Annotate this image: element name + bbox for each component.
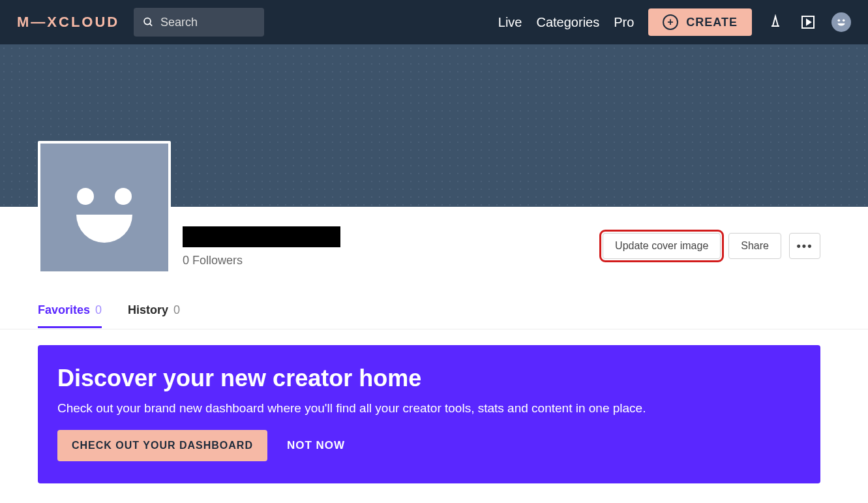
tab-history-label: History (128, 303, 168, 317)
profile-avatar[interactable] (38, 141, 171, 274)
banner-body: Check out your brand new dashboard where… (57, 401, 801, 416)
profile-content: 0 Followers Update cover image Share •••… (38, 207, 820, 503)
tabs-divider (0, 329, 868, 329)
svg-point-5 (838, 19, 841, 22)
search-input[interactable] (160, 16, 255, 29)
svg-point-6 (843, 19, 845, 22)
more-options-button[interactable]: ••• (789, 233, 820, 259)
tab-history[interactable]: History 0 (128, 303, 180, 328)
svg-marker-4 (807, 20, 811, 25)
search-icon (143, 16, 154, 29)
tab-favorites-label: Favorites (38, 303, 90, 317)
nav-live[interactable]: Live (498, 15, 522, 30)
followers-count: 0 Followers (183, 254, 603, 267)
update-cover-button[interactable]: Update cover image (603, 233, 721, 259)
profile-tabs: Favorites 0 History 0 (38, 285, 820, 329)
svg-point-0 (144, 18, 151, 25)
nav-pro[interactable]: Pro (614, 15, 634, 30)
dismiss-banner-button[interactable]: NOT NOW (287, 439, 345, 452)
create-label: CREATE (686, 16, 738, 29)
queue-icon[interactable] (799, 13, 817, 31)
tab-favorites-count: 0 (95, 303, 102, 317)
creator-home-banner: Discover your new creator home Check out… (38, 345, 820, 483)
user-avatar-small[interactable] (831, 12, 851, 32)
banner-title: Discover your new creator home (57, 365, 801, 392)
profile-name (183, 226, 340, 247)
dashboard-cta-button[interactable]: CHECK OUT YOUR DASHBOARD (57, 430, 267, 461)
share-button[interactable]: Share (728, 233, 781, 259)
search-input-wrap[interactable] (134, 8, 264, 37)
notifications-icon[interactable] (766, 13, 785, 31)
main-header: M—XCLOUD Live Categories Pro + CREATE (0, 0, 868, 44)
create-button[interactable]: + CREATE (648, 8, 752, 36)
nav-categories[interactable]: Categories (536, 15, 599, 30)
svg-line-1 (150, 23, 153, 26)
logo[interactable]: M—XCLOUD (17, 14, 119, 31)
tab-history-count: 0 (173, 303, 180, 317)
plus-icon: + (663, 14, 678, 30)
tab-favorites[interactable]: Favorites 0 (38, 303, 102, 328)
